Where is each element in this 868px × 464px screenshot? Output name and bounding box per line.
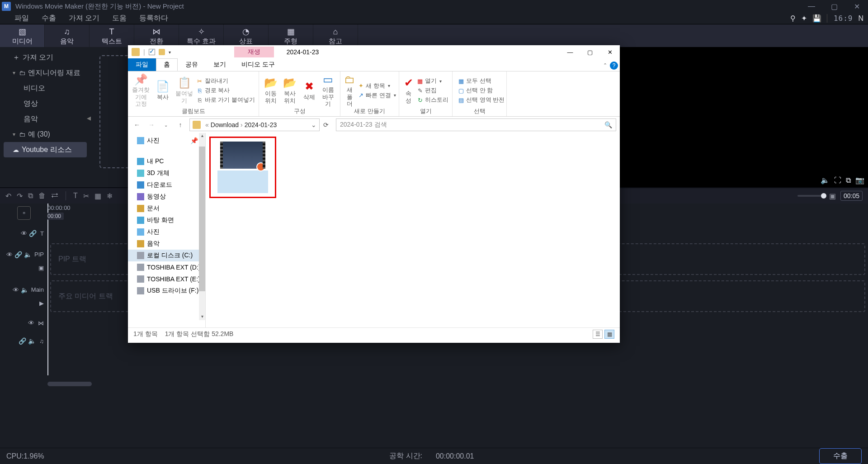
nav-pictures[interactable]: 사진 bbox=[128, 226, 205, 238]
ribbon-paste-button[interactable]: 📋붙여넣기 bbox=[175, 73, 194, 108]
file-list[interactable] bbox=[206, 133, 620, 327]
ribbon-cut[interactable]: ✂잘라내기 bbox=[197, 77, 255, 85]
address-dropdown-icon[interactable]: ⌄ bbox=[311, 121, 316, 128]
qat-dropdown-icon[interactable]: ▾ bbox=[169, 50, 171, 55]
tab-media[interactable]: ▧미디어 bbox=[0, 24, 45, 47]
maximize-button[interactable]: ▢ bbox=[823, 0, 845, 13]
nav-desktop[interactable]: 바탕 화면 bbox=[128, 214, 205, 226]
menu-register[interactable]: 등록하다 bbox=[133, 14, 175, 23]
ribbon-tab-file[interactable]: 파일 bbox=[128, 58, 156, 71]
eye-icon[interactable]: 👁 bbox=[6, 251, 13, 258]
tab-transition[interactable]: ⋈전환 bbox=[134, 24, 179, 47]
aspect-ratio[interactable]: 16:9 bbox=[827, 14, 853, 23]
ribbon-tab-view[interactable]: 보기 bbox=[206, 58, 234, 71]
sidebar-audio[interactable]: 음악 bbox=[4, 111, 87, 127]
ribbon-select-all[interactable]: ▦모두 선택 bbox=[458, 77, 505, 85]
menu-export[interactable]: 수출 bbox=[35, 14, 62, 23]
ribbon-newfolder-button[interactable]: 🗀새 폴더 bbox=[344, 73, 355, 108]
zoom-slider[interactable] bbox=[797, 195, 825, 197]
close-button[interactable]: ✕ bbox=[845, 0, 868, 13]
nav-3d[interactable]: 3D 개체 bbox=[128, 167, 205, 179]
timeline-scrollbar[interactable] bbox=[47, 382, 92, 386]
save-icon[interactable]: 💾 bbox=[812, 14, 821, 23]
ribbon-edit[interactable]: ✎편집 bbox=[417, 86, 448, 95]
link-icon[interactable]: 🔗 bbox=[29, 230, 37, 237]
media-drop-zone[interactable] bbox=[99, 55, 131, 168]
nav-local-c[interactable]: 로컬 디스크 (C:) bbox=[128, 250, 205, 261]
nav-toshiba-e[interactable]: TOSHIBA EXT (E:) bbox=[128, 273, 205, 285]
qat-check-icon[interactable] bbox=[149, 49, 155, 55]
fit-icon[interactable]: ▣ bbox=[829, 192, 836, 200]
speaker-icon[interactable]: 🔈 bbox=[21, 286, 28, 294]
tab-effects[interactable]: ✧특수 효과 bbox=[179, 24, 224, 47]
refresh-button[interactable]: ⟳ bbox=[323, 121, 332, 128]
undo-icon[interactable]: ↶ bbox=[5, 192, 11, 200]
nav-qa-photos[interactable]: 사진📌 bbox=[128, 135, 205, 147]
sidebar-engineering[interactable]: ▾🗀엔지니어링 재료 bbox=[4, 65, 87, 80]
volume-icon[interactable]: 🔈 bbox=[821, 176, 830, 185]
nav-back-button[interactable]: ← bbox=[132, 119, 142, 130]
n-badge[interactable]: N bbox=[858, 14, 863, 23]
nav-downloads[interactable]: 다운로드 bbox=[128, 179, 205, 191]
eye-icon[interactable]: 👁 bbox=[21, 230, 27, 237]
pin-icon[interactable]: ⚲ bbox=[790, 14, 796, 23]
nav-forward-button[interactable]: → bbox=[146, 119, 157, 130]
nav-usb-f[interactable]: USB 드라이브 (F:) bbox=[128, 285, 205, 297]
tab-symbol[interactable]: ◔상표 bbox=[224, 24, 269, 47]
eye-icon[interactable]: 👁 bbox=[28, 319, 34, 327]
ribbon-quick-link[interactable]: ↗빠른 연결▾ bbox=[358, 91, 396, 99]
snow-icon[interactable]: ❄ bbox=[107, 192, 113, 200]
redo-icon[interactable]: ↷ bbox=[17, 192, 23, 200]
collapse-handle[interactable]: ◂ bbox=[87, 113, 91, 123]
text-tool-icon[interactable]: T bbox=[73, 192, 78, 200]
grid-icon[interactable]: ▦ bbox=[94, 192, 101, 200]
ribbon-delete-button[interactable]: ✖삭제 bbox=[301, 73, 317, 108]
tab-annotation[interactable]: ▦주형 bbox=[269, 24, 313, 47]
ribbon-new-item[interactable]: ✦새 항목▾ bbox=[358, 82, 396, 90]
ribbon-select-none[interactable]: ▢선택 안 함 bbox=[458, 86, 505, 95]
breadcrumb-download[interactable]: Download bbox=[211, 121, 239, 128]
snapshot-icon[interactable]: 📷 bbox=[855, 176, 864, 185]
ribbon-copyto-button[interactable]: 📂복사 위치 bbox=[282, 73, 298, 108]
ribbon-history[interactable]: ↻히스토리 bbox=[417, 96, 448, 104]
nav-up-button[interactable]: ↑ bbox=[175, 119, 186, 130]
nav-toshiba-d[interactable]: TOSHIBA EXT (D:) bbox=[128, 261, 205, 273]
minimize-button[interactable]: — bbox=[800, 0, 823, 13]
ribbon-paste-shortcut[interactable]: ⎘바로 가기 붙여넣기 bbox=[197, 96, 255, 104]
nav-recent-button[interactable]: ⌄ bbox=[160, 119, 171, 130]
ribbon-pin-button[interactable]: 📌즐겨찾기에 고정 bbox=[132, 73, 151, 108]
ribbon-open[interactable]: ▦열기▾ bbox=[417, 77, 448, 85]
tab-music[interactable]: ♫음악 bbox=[45, 24, 90, 47]
nav-music[interactable]: 음악 bbox=[128, 238, 205, 250]
search-input[interactable]: 2024-01-23 검색 🔍 bbox=[336, 118, 616, 131]
help-icon[interactable]: ? bbox=[610, 62, 618, 70]
link-icon[interactable]: 🔗 bbox=[14, 251, 22, 258]
breadcrumb-date[interactable]: 2024-01-23 bbox=[245, 121, 277, 128]
ribbon-move-button[interactable]: 📂이동 위치 bbox=[263, 73, 279, 108]
playhead[interactable] bbox=[47, 204, 48, 375]
wand-icon[interactable]: ✦ bbox=[801, 14, 807, 23]
tab-reference[interactable]: ⌂참고 bbox=[313, 24, 358, 47]
ribbon-tab-video[interactable]: 비디오 도구 bbox=[234, 58, 283, 71]
ribbon-copy-button[interactable]: 📄복사 bbox=[153, 73, 172, 108]
address-input[interactable]: « Download › 2024-01-23 ⌄ bbox=[189, 118, 320, 131]
cut-tool-icon[interactable]: ✂ bbox=[83, 192, 89, 200]
eye-icon[interactable]: 👁 bbox=[13, 286, 19, 294]
fullscreen-icon[interactable]: ⛶ bbox=[834, 176, 841, 185]
anchor-button[interactable]: ▫ bbox=[17, 206, 31, 220]
sidebar-import[interactable]: ＋가져 오기 bbox=[4, 50, 87, 65]
tab-text[interactable]: T텍스트 bbox=[90, 24, 134, 47]
export-button[interactable]: 수출 bbox=[819, 448, 862, 464]
sidebar-image[interactable]: 영상 bbox=[4, 96, 87, 111]
nav-scrollbar[interactable]: ▴▾ bbox=[199, 133, 205, 320]
ribbon-rename-button[interactable]: ▭이름 바꾸기 bbox=[320, 73, 336, 108]
crop-icon[interactable]: ⧉ bbox=[846, 176, 851, 185]
copy-icon[interactable]: ⧉ bbox=[28, 192, 33, 200]
nav-videos[interactable]: 동영상 bbox=[128, 191, 205, 203]
split-icon[interactable]: ⮂ bbox=[51, 192, 58, 200]
speaker-icon[interactable]: 🔈 bbox=[28, 337, 36, 345]
menu-help[interactable]: 도움 bbox=[106, 14, 133, 23]
ribbon-select-invert[interactable]: ▨선택 영역 반전 bbox=[458, 96, 505, 104]
ribbon-props-button[interactable]: ✔속성 bbox=[403, 73, 414, 108]
explorer-minimize-button[interactable]: — bbox=[560, 45, 580, 59]
